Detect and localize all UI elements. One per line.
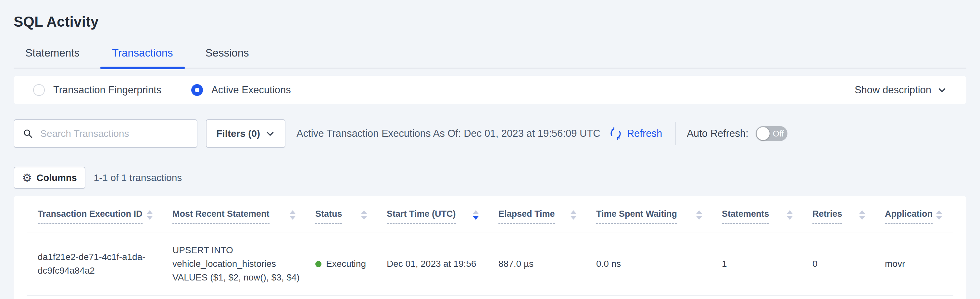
toggle-state-label: Off bbox=[773, 129, 784, 139]
sort-icon[interactable] bbox=[859, 210, 865, 220]
vertical-divider bbox=[675, 122, 676, 145]
cell-status: Executing bbox=[315, 232, 387, 296]
sort-icon[interactable] bbox=[786, 210, 793, 220]
transactions-table: Transaction Execution ID Most Recent Sta… bbox=[27, 196, 953, 296]
controls-row: Filters (0) Active Transaction Execution… bbox=[14, 119, 966, 148]
status-executing-dot-icon bbox=[315, 261, 321, 267]
table-meta-row: ⚙ Columns 1-1 of 1 transactions bbox=[14, 167, 966, 189]
sort-icon[interactable] bbox=[290, 210, 296, 220]
sort-icon[interactable] bbox=[146, 210, 153, 220]
sort-icon-active-desc[interactable] bbox=[473, 210, 479, 220]
column-header-most-recent-statement[interactable]: Most Recent Statement bbox=[172, 196, 315, 232]
refresh-button[interactable]: Refresh bbox=[609, 127, 662, 141]
cell-statements: 1 bbox=[722, 232, 813, 296]
auto-refresh-label: Auto Refresh: bbox=[687, 128, 748, 139]
transactions-table-panel: Transaction Execution ID Most Recent Sta… bbox=[14, 196, 966, 299]
sort-icon[interactable] bbox=[936, 210, 942, 220]
radio-label: Active Executions bbox=[212, 84, 291, 96]
cell-retries: 0 bbox=[813, 232, 885, 296]
search-input[interactable] bbox=[40, 128, 189, 139]
filters-label: Filters (0) bbox=[216, 128, 260, 139]
as-of-text: Active Transaction Executions As Of: Dec… bbox=[296, 128, 600, 139]
sql-activity-page: SQL Activity Statements Transactions Ses… bbox=[0, 0, 980, 299]
results-count: 1-1 of 1 transactions bbox=[94, 172, 182, 183]
cell-application: movr bbox=[885, 232, 953, 296]
radio-active-executions[interactable]: Active Executions bbox=[191, 84, 291, 96]
column-header-statements[interactable]: Statements bbox=[722, 196, 813, 232]
sort-icon[interactable] bbox=[361, 210, 367, 220]
show-description-toggle[interactable]: Show description bbox=[855, 84, 947, 96]
table-header-row: Transaction Execution ID Most Recent Sta… bbox=[27, 196, 953, 232]
auto-refresh-toggle[interactable]: Off bbox=[756, 126, 788, 141]
chevron-down-icon bbox=[937, 85, 947, 95]
cell-elapsed-time: 887.0 µs bbox=[498, 232, 596, 296]
refresh-icon bbox=[609, 127, 622, 141]
columns-button[interactable]: ⚙ Columns bbox=[14, 167, 85, 189]
column-header-status[interactable]: Status bbox=[315, 196, 387, 232]
page-title: SQL Activity bbox=[14, 0, 966, 30]
status-label: Executing bbox=[326, 257, 366, 271]
toggle-knob-icon bbox=[757, 127, 770, 140]
gear-icon: ⚙ bbox=[22, 172, 32, 183]
radio-transaction-fingerprints[interactable]: Transaction Fingerprints bbox=[33, 84, 161, 96]
column-header-elapsed-time[interactable]: Elapsed Time bbox=[498, 196, 596, 232]
tab-transactions[interactable]: Transactions bbox=[100, 47, 185, 67]
cell-transaction-execution-id[interactable]: da1f21e2-de71-4c1f-a1da-dc9fc94a84a2 bbox=[27, 232, 172, 296]
chevron-down-icon bbox=[265, 129, 275, 138]
refresh-label: Refresh bbox=[627, 128, 662, 139]
filters-button[interactable]: Filters (0) bbox=[206, 119, 285, 148]
radio-selected-icon bbox=[191, 84, 203, 96]
radio-label: Transaction Fingerprints bbox=[53, 84, 161, 96]
table-row: da1f21e2-de71-4c1f-a1da-dc9fc94a84a2 UPS… bbox=[27, 232, 953, 296]
column-header-start-time[interactable]: Start Time (UTC) bbox=[387, 196, 498, 232]
column-header-transaction-execution-id[interactable]: Transaction Execution ID bbox=[27, 196, 172, 232]
search-box[interactable] bbox=[14, 119, 197, 148]
view-mode-panel: Transaction Fingerprints Active Executio… bbox=[14, 76, 966, 104]
cell-start-time: Dec 01, 2023 at 19:56 bbox=[387, 232, 498, 296]
column-header-time-spent-waiting[interactable]: Time Spent Waiting bbox=[596, 196, 722, 232]
cell-time-spent-waiting: 0.0 ns bbox=[596, 232, 722, 296]
tab-sessions[interactable]: Sessions bbox=[194, 47, 261, 67]
radio-unselected-icon bbox=[33, 84, 45, 96]
tab-bar: Statements Transactions Sessions bbox=[14, 47, 966, 69]
sort-icon[interactable] bbox=[570, 210, 577, 220]
cell-most-recent-statement: UPSERT INTO vehicle_location_histories V… bbox=[172, 232, 315, 296]
sort-icon[interactable] bbox=[696, 210, 702, 220]
tab-statements[interactable]: Statements bbox=[14, 47, 91, 67]
search-icon bbox=[22, 128, 34, 139]
column-header-retries[interactable]: Retries bbox=[813, 196, 885, 232]
columns-button-label: Columns bbox=[37, 173, 76, 183]
column-header-application[interactable]: Application bbox=[885, 196, 953, 232]
show-description-label: Show description bbox=[855, 84, 931, 96]
